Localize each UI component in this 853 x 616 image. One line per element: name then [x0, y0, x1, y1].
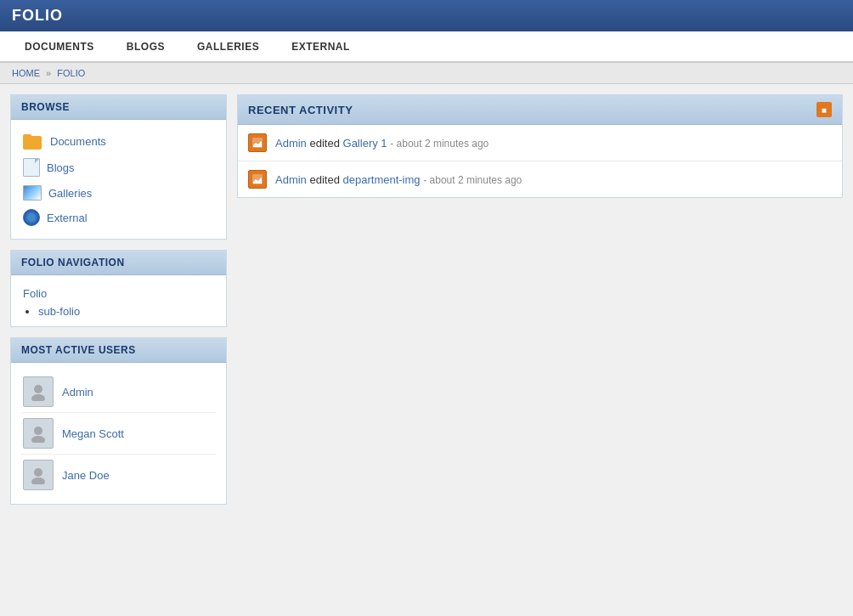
browse-header: BROWSE [11, 95, 226, 120]
activity-time-1: - about 2 minutes ago [390, 138, 489, 150]
activity-text-1: Admin edited Gallery 1 - about 2 minutes… [275, 137, 489, 150]
activity-item-1: Admin edited Gallery 1 - about 2 minutes… [238, 125, 842, 161]
breadcrumb: HOME » FOLIO [0, 63, 853, 84]
browse-item-blogs[interactable]: Blogs [21, 154, 216, 181]
rss-icon[interactable]: ■ [816, 102, 832, 117]
list-item: sub-folio [38, 305, 216, 318]
svg-point-5 [31, 478, 45, 484]
folio-nav-sublist: sub-folio [21, 305, 216, 318]
svg-point-4 [34, 468, 42, 477]
content-area: RECENT ACTIVITY ■ Admin edited Gallery 1… [237, 94, 843, 505]
user-link-admin[interactable]: Admin [62, 386, 93, 398]
recent-activity-title: RECENT ACTIVITY [248, 104, 353, 116]
activity-actor-2[interactable]: Admin [275, 173, 307, 186]
svg-point-0 [34, 385, 42, 393]
avatar [23, 460, 54, 490]
avatar [23, 418, 54, 449]
activity-action-2: edited [309, 173, 342, 186]
doc-icon [23, 158, 40, 177]
tab-galleries[interactable]: GALLERIES [181, 31, 275, 61]
user-link-megan[interactable]: Megan Scott [62, 427, 124, 440]
user-link-jane[interactable]: Jane Doe [62, 469, 110, 482]
most-active-section: MOST ACTIVE USERS Admin [10, 337, 227, 505]
svg-point-3 [31, 436, 45, 443]
activity-target-1[interactable]: Gallery 1 [343, 137, 387, 150]
recent-activity-section: RECENT ACTIVITY ■ Admin edited Gallery 1… [237, 94, 843, 198]
avatar [23, 376, 54, 407]
blogs-link[interactable]: Blogs [47, 161, 75, 174]
folio-nav-current[interactable]: Folio [21, 284, 216, 303]
tab-documents[interactable]: DOCUMENTS [8, 31, 110, 61]
sidebar: BROWSE Documents Blogs Galleries Externa… [10, 94, 227, 505]
activity-action-1: edited [309, 137, 342, 150]
globe-icon [23, 209, 40, 226]
galleries-link[interactable]: Galleries [48, 187, 92, 200]
browse-item-galleries[interactable]: Galleries [21, 181, 216, 205]
folio-nav-header: FOLIO NAVIGATION [11, 251, 226, 275]
external-link[interactable]: External [47, 212, 88, 224]
activity-target-2[interactable]: department-img [343, 173, 421, 186]
svg-point-2 [34, 427, 42, 435]
user-item-jane: Jane Doe [21, 455, 216, 495]
activity-text-2: Admin edited department-img - about 2 mi… [275, 173, 522, 186]
recent-activity-header: RECENT ACTIVITY ■ [238, 95, 842, 125]
activity-icon-2 [248, 170, 267, 189]
folder-icon [23, 133, 43, 150]
svg-point-1 [31, 394, 45, 401]
gallery-icon [23, 185, 42, 201]
activity-icon-1 [248, 133, 267, 152]
browse-section: BROWSE Documents Blogs Galleries Externa… [10, 94, 227, 240]
browse-body: Documents Blogs Galleries External [11, 120, 226, 239]
activity-time-2: - about 2 minutes ago [423, 174, 522, 186]
breadcrumb-folio[interactable]: FOLIO [57, 68, 85, 78]
most-active-body: Admin Megan Scott [11, 363, 226, 504]
folio-nav-body: Folio sub-folio [11, 275, 226, 326]
breadcrumb-separator: » [46, 68, 51, 78]
browse-item-external[interactable]: External [21, 205, 216, 230]
activity-item-2: Admin edited department-img - about 2 mi… [238, 161, 842, 197]
tab-blogs[interactable]: BLOGS [110, 31, 181, 61]
header: FOLIO [0, 0, 853, 31]
folio-nav-section: FOLIO NAVIGATION Folio sub-folio [10, 250, 227, 327]
user-item-admin: Admin [21, 371, 216, 413]
most-active-header: MOST ACTIVE USERS [11, 338, 226, 363]
user-item-megan: Megan Scott [21, 413, 216, 455]
breadcrumb-home[interactable]: HOME [12, 68, 40, 78]
sub-folio-link[interactable]: sub-folio [38, 305, 80, 318]
browse-item-documents[interactable]: Documents [21, 128, 216, 154]
main-layout: BROWSE Documents Blogs Galleries Externa… [0, 84, 853, 515]
app-title: FOLIO [12, 7, 63, 25]
documents-link[interactable]: Documents [50, 135, 106, 148]
activity-actor-1[interactable]: Admin [275, 137, 307, 150]
tab-external[interactable]: EXTERNAL [275, 31, 366, 61]
navbar: DOCUMENTS BLOGS GALLERIES EXTERNAL [0, 31, 853, 63]
